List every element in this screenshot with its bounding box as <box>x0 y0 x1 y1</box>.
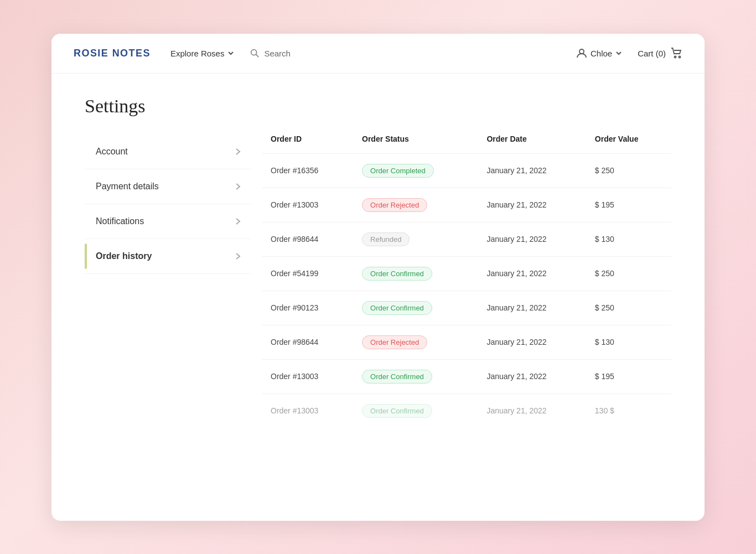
status-badge: Order Confirmed <box>362 301 432 315</box>
order-id-cell: Order #13003 <box>262 359 353 394</box>
order-value-cell: $ 130 <box>586 325 671 359</box>
chevron-right-icon <box>234 183 242 190</box>
order-status-cell: Order Completed <box>353 153 478 188</box>
navbar: ROSIE NOTES Explore Roses Search Chloe C… <box>51 34 705 74</box>
order-id-cell: Order #16356 <box>262 153 353 188</box>
order-table: Order ID Order Status Order Date Order V… <box>262 134 671 428</box>
status-badge: Order Confirmed <box>362 267 432 281</box>
search-button[interactable]: Search <box>250 48 291 58</box>
order-value-cell: 130 $ <box>586 394 671 428</box>
table-row: Order #98644Order RejectedJanuary 21, 20… <box>262 325 671 359</box>
col-header-order-status: Order Status <box>353 134 478 154</box>
order-status-cell: Order Confirmed <box>353 291 478 325</box>
table-row: Order #98644RefundedJanuary 21, 2022$ 13… <box>262 222 671 256</box>
sidebar-order-history-label: Order history <box>96 251 152 261</box>
sidebar-item-order-history[interactable]: Order history <box>85 239 251 274</box>
app-window: ROSIE NOTES Explore Roses Search Chloe C… <box>51 34 705 521</box>
order-value-cell: $ 195 <box>586 359 671 394</box>
order-status-cell: Order Rejected <box>353 325 478 359</box>
col-header-order-date: Order Date <box>478 134 586 154</box>
order-date-cell: January 21, 2022 <box>478 394 586 428</box>
order-date-cell: January 21, 2022 <box>478 188 586 222</box>
explore-roses-menu[interactable]: Explore Roses <box>170 49 235 58</box>
search-icon <box>250 48 260 58</box>
status-badge: Order Rejected <box>362 335 427 349</box>
order-date-cell: January 21, 2022 <box>478 222 586 256</box>
order-status-cell: Order Confirmed <box>353 359 478 394</box>
order-id-cell: Order #13003 <box>262 188 353 222</box>
order-value-cell: $ 250 <box>586 256 671 291</box>
order-id-cell: Order #13003 <box>262 394 353 428</box>
sidebar-account-label: Account <box>96 147 128 157</box>
svg-point-3 <box>675 56 676 58</box>
svg-point-4 <box>679 56 681 58</box>
sidebar-item-notifications[interactable]: Notifications <box>85 204 251 239</box>
order-status-cell: Refunded <box>353 222 478 256</box>
user-menu[interactable]: Chloe <box>576 48 622 59</box>
cart-label: Cart (0) <box>638 49 666 58</box>
order-date-cell: January 21, 2022 <box>478 359 586 394</box>
order-date-cell: January 21, 2022 <box>478 153 586 188</box>
order-value-cell: $ 195 <box>586 188 671 222</box>
svg-point-0 <box>251 50 257 55</box>
status-badge: Order Completed <box>362 164 434 178</box>
order-status-cell: Order Confirmed <box>353 394 478 428</box>
sidebar-item-payment[interactable]: Payment details <box>85 169 251 204</box>
cart-button[interactable]: Cart (0) <box>638 47 682 59</box>
settings-sidebar: Account Payment details Notifications Or… <box>85 134 251 499</box>
status-badge: Order Confirmed <box>362 370 432 384</box>
user-label: Chloe <box>591 49 612 58</box>
table-row: Order #13003Order RejectedJanuary 21, 20… <box>262 188 671 222</box>
table-row: Order #13003Order ConfirmedJanuary 21, 2… <box>262 394 671 428</box>
order-id-cell: Order #98644 <box>262 325 353 359</box>
chevron-right-icon <box>234 148 242 156</box>
main-content: Settings Account Payment details Notific… <box>51 74 705 521</box>
order-id-cell: Order #90123 <box>262 291 353 325</box>
order-id-cell: Order #54199 <box>262 256 353 291</box>
brand-logo: ROSIE NOTES <box>74 48 151 59</box>
page-title: Settings <box>85 96 671 117</box>
chevron-right-icon <box>234 252 242 260</box>
search-label: Search <box>264 49 291 58</box>
col-header-order-id: Order ID <box>262 134 353 154</box>
chevron-down-icon <box>615 50 622 56</box>
settings-layout: Account Payment details Notifications Or… <box>85 134 671 499</box>
chevron-down-icon <box>227 50 234 56</box>
explore-roses-label: Explore Roses <box>170 49 225 58</box>
chevron-right-icon <box>234 218 242 225</box>
svg-line-1 <box>256 55 259 58</box>
table-row: Order #13003Order ConfirmedJanuary 21, 2… <box>262 359 671 394</box>
user-icon <box>576 48 587 59</box>
table-row: Order #90123Order ConfirmedJanuary 21, 2… <box>262 291 671 325</box>
sidebar-item-account[interactable]: Account <box>85 134 251 169</box>
order-value-cell: $ 130 <box>586 222 671 256</box>
sidebar-payment-label: Payment details <box>96 182 159 191</box>
order-table-area: Order ID Order Status Order Date Order V… <box>251 134 671 499</box>
cart-icon <box>670 47 682 59</box>
status-badge: Order Confirmed <box>362 404 432 418</box>
table-row: Order #54199Order ConfirmedJanuary 21, 2… <box>262 256 671 291</box>
order-id-cell: Order #98644 <box>262 222 353 256</box>
sidebar-notifications-label: Notifications <box>96 216 144 226</box>
svg-point-2 <box>579 49 584 54</box>
col-header-order-value: Order Value <box>586 134 671 154</box>
status-badge: Refunded <box>362 232 410 246</box>
order-date-cell: January 21, 2022 <box>478 325 586 359</box>
order-date-cell: January 21, 2022 <box>478 291 586 325</box>
nav-right: Chloe Cart (0) <box>576 47 682 59</box>
order-status-cell: Order Confirmed <box>353 256 478 291</box>
table-row: Order #16356Order CompletedJanuary 21, 2… <box>262 153 671 188</box>
order-value-cell: $ 250 <box>586 291 671 325</box>
status-badge: Order Rejected <box>362 198 427 212</box>
order-value-cell: $ 250 <box>586 153 671 188</box>
order-status-cell: Order Rejected <box>353 188 478 222</box>
order-date-cell: January 21, 2022 <box>478 256 586 291</box>
